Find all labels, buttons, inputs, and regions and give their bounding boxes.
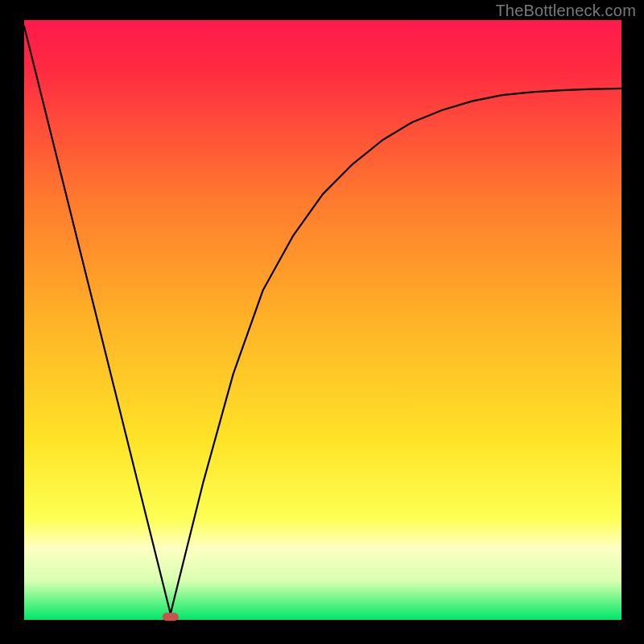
- chart-container: TheBottleneck.com: [0, 0, 644, 644]
- plot-background: [24, 20, 621, 620]
- attribution-text: TheBottleneck.com: [495, 2, 636, 20]
- chart-svg: [0, 0, 644, 644]
- minimum-marker: [163, 613, 179, 621]
